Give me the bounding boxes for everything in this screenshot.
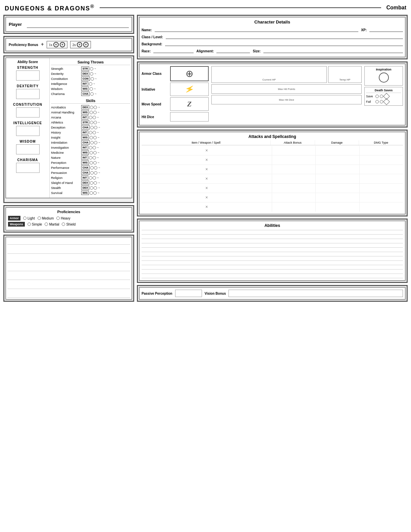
attack-7-type[interactable] xyxy=(360,202,403,212)
attack-5-bonus[interactable] xyxy=(272,184,316,193)
name-input[interactable] xyxy=(155,27,359,32)
weapon-shield-circle[interactable] xyxy=(62,223,65,226)
initiative-box[interactable]: ⚡ xyxy=(170,83,209,96)
attack-1-damage[interactable] xyxy=(316,146,359,155)
dexterity-box[interactable] xyxy=(16,89,40,99)
attack-4-damage[interactable] xyxy=(316,174,359,183)
attack-6-type[interactable] xyxy=(360,193,403,202)
race-input[interactable] xyxy=(153,48,194,53)
skill-arcana-c2[interactable] xyxy=(93,116,96,119)
attack-6-item[interactable]: × xyxy=(142,193,272,202)
attack-2-item[interactable]: × xyxy=(142,155,272,164)
st-strength-circle1[interactable] xyxy=(90,67,93,70)
skill-intimidation-c2[interactable] xyxy=(94,141,97,144)
skill-persuasion-c1[interactable] xyxy=(90,171,94,175)
skill-religion-c2[interactable] xyxy=(93,176,96,180)
skill-religion-c1[interactable] xyxy=(89,176,92,180)
xp-input[interactable] xyxy=(369,27,403,32)
skill-animal-c1[interactable] xyxy=(90,111,93,114)
attack-3-bonus[interactable] xyxy=(272,165,316,174)
passive-perception-box[interactable] xyxy=(175,290,202,297)
max-hit-points-box[interactable]: Max Hit Points xyxy=(211,84,362,94)
inspiration-circle[interactable] xyxy=(379,72,389,83)
attack-6-bonus[interactable] xyxy=(272,193,316,202)
alignment-input[interactable] xyxy=(216,48,250,53)
skill-sleight-c2[interactable] xyxy=(94,181,97,185)
skill-investigation-c2[interactable] xyxy=(93,146,96,149)
skill-survival-c2[interactable] xyxy=(93,191,97,195)
skill-stealth-c1[interactable] xyxy=(90,186,93,190)
fail-diamond[interactable] xyxy=(383,98,390,105)
attack-1-type[interactable] xyxy=(360,146,403,155)
skill-history-c2[interactable] xyxy=(93,131,96,134)
attack-7-bonus[interactable] xyxy=(272,202,316,212)
skill-deception-c1[interactable] xyxy=(90,126,94,129)
intelligence-box[interactable] xyxy=(16,126,40,136)
class-input[interactable] xyxy=(166,34,403,39)
st-intelligence-circle1[interactable] xyxy=(89,82,92,86)
armor-class-box[interactable]: ⊕ xyxy=(170,66,209,81)
attack-2-damage[interactable] xyxy=(316,155,359,164)
skill-athletics-c1[interactable] xyxy=(90,121,93,124)
attack-5-item[interactable]: × xyxy=(142,184,272,193)
skill-persuasion-c2[interactable] xyxy=(94,171,97,175)
attack-7-damage[interactable] xyxy=(316,202,359,212)
move-speed-box[interactable]: Z xyxy=(170,97,209,111)
st-constitution-circle1[interactable] xyxy=(91,77,94,81)
skill-athletics-c2[interactable] xyxy=(94,121,97,124)
skill-performance-c2[interactable] xyxy=(94,166,97,170)
attack-2-bonus[interactable] xyxy=(272,155,316,164)
skill-stealth-c2[interactable] xyxy=(94,186,97,190)
notes-inner[interactable] xyxy=(5,237,132,300)
attack-4-type[interactable] xyxy=(360,174,403,183)
attack-3-damage[interactable] xyxy=(316,165,359,174)
fail-circle-1[interactable] xyxy=(375,100,379,103)
charisma-box[interactable] xyxy=(16,163,40,173)
skill-acrobatics-c2[interactable] xyxy=(94,106,97,109)
background-input[interactable] xyxy=(165,41,403,46)
skill-medicine-c2[interactable] xyxy=(93,151,97,154)
skill-perception-c1[interactable] xyxy=(90,161,93,164)
skill-sleight-c1[interactable] xyxy=(90,181,93,185)
skill-investigation-c1[interactable] xyxy=(89,146,92,149)
skill-insight-c1[interactable] xyxy=(90,136,93,139)
attack-1-bonus[interactable] xyxy=(272,146,316,155)
attack-4-bonus[interactable] xyxy=(272,174,316,183)
save-circle-1[interactable] xyxy=(375,95,379,98)
attack-3-type[interactable] xyxy=(360,165,403,174)
skill-medicine-c1[interactable] xyxy=(90,151,93,154)
current-hp-box[interactable]: Current HP xyxy=(211,66,327,83)
player-name-input[interactable] xyxy=(27,21,129,28)
armor-medium-circle[interactable] xyxy=(38,216,41,220)
strength-box[interactable] xyxy=(16,70,40,81)
skill-nature-c2[interactable] xyxy=(93,156,96,159)
skill-survival-c1[interactable] xyxy=(90,191,93,195)
constitution-box[interactable] xyxy=(16,107,40,117)
weapon-simple-circle[interactable] xyxy=(28,223,31,226)
size-input[interactable] xyxy=(263,48,403,53)
skill-deception-c2[interactable] xyxy=(94,126,97,129)
attack-3-item[interactable]: × xyxy=(142,165,272,174)
skill-nature-c1[interactable] xyxy=(89,156,92,159)
skill-performance-c1[interactable] xyxy=(90,166,94,170)
attack-5-damage[interactable] xyxy=(316,184,359,193)
attack-7-item[interactable]: × xyxy=(142,202,272,212)
attack-4-item[interactable]: × xyxy=(142,174,272,183)
skill-animal-c2[interactable] xyxy=(93,111,97,114)
skill-insight-c2[interactable] xyxy=(93,136,97,139)
fail-circle-2[interactable] xyxy=(380,100,383,103)
st-wisdom-circle1[interactable] xyxy=(90,87,93,91)
attack-5-type[interactable] xyxy=(360,184,403,193)
armor-heavy-circle[interactable] xyxy=(56,216,60,220)
attack-2-type[interactable] xyxy=(360,155,403,164)
attack-1-item[interactable]: × xyxy=(142,146,272,155)
skill-intimidation-c1[interactable] xyxy=(90,141,94,144)
attack-6-damage[interactable] xyxy=(316,193,359,202)
hit-dice-box[interactable] xyxy=(170,112,209,122)
skill-history-c1[interactable] xyxy=(89,131,92,134)
weapon-martial-circle[interactable] xyxy=(45,223,48,226)
vision-bonus-box[interactable] xyxy=(228,290,403,297)
armor-light-circle[interactable] xyxy=(23,216,27,220)
skill-arcana-c1[interactable] xyxy=(89,116,92,119)
st-charisma-circle1[interactable] xyxy=(90,92,94,96)
